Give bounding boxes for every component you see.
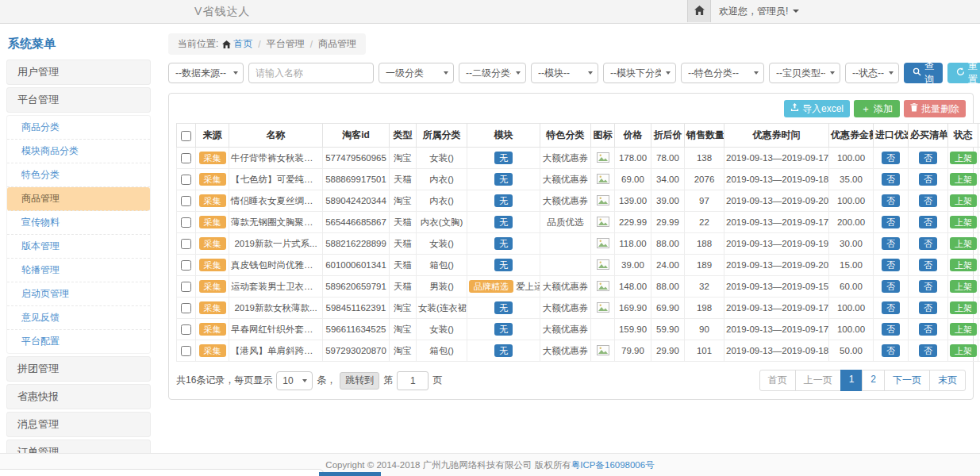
must-buy-badge[interactable]: 否 bbox=[919, 344, 937, 358]
import-select-badge[interactable]: 否 bbox=[882, 323, 900, 336]
status-badge[interactable]: 上架 bbox=[950, 344, 977, 358]
filter-select[interactable]: --模块下分类-- bbox=[603, 63, 676, 83]
cell-status: 上架 bbox=[948, 190, 978, 212]
status-badge[interactable]: 上架 bbox=[950, 237, 977, 251]
import-select-badge[interactable]: 否 bbox=[882, 173, 900, 186]
sidebar-subitem[interactable]: 模块商品分类 bbox=[7, 140, 150, 163]
status-badge[interactable]: 上架 bbox=[950, 194, 977, 208]
import-select-badge[interactable]: 否 bbox=[882, 344, 900, 358]
sidebar-subitem[interactable]: 平台配置 bbox=[7, 330, 150, 353]
cell-coupon-time: 2019-09-13—2019-09-17 bbox=[724, 148, 829, 169]
breadcrumb-prefix: 当前位置: bbox=[178, 37, 218, 51]
thumbnail-icon bbox=[597, 219, 609, 228]
row-checkbox[interactable] bbox=[181, 175, 191, 185]
page-button[interactable]: 末页 bbox=[929, 370, 966, 391]
page-button[interactable]: 上一页 bbox=[795, 370, 841, 391]
sidebar-subitem[interactable]: 版本管理 bbox=[7, 235, 150, 259]
thumbnail-icon bbox=[597, 347, 609, 357]
row-checkbox[interactable] bbox=[181, 260, 191, 271]
row-checkbox[interactable] bbox=[181, 153, 191, 163]
must-buy-badge[interactable]: 否 bbox=[919, 216, 937, 229]
cell-special-category: 大额优惠券 bbox=[540, 319, 591, 340]
must-buy-badge[interactable]: 否 bbox=[919, 194, 937, 208]
sidebar-subitem[interactable]: 宣传物料 bbox=[7, 211, 150, 235]
import-select-badge[interactable]: 否 bbox=[882, 216, 900, 229]
must-buy-badge[interactable]: 否 bbox=[919, 301, 937, 315]
status-badge[interactable]: 上架 bbox=[950, 280, 977, 294]
column-header: 淘客id bbox=[323, 124, 390, 148]
row-checkbox[interactable] bbox=[181, 196, 191, 206]
per-page-select[interactable]: 10 bbox=[276, 371, 313, 390]
sidebar-group-item[interactable]: 省惠快报 bbox=[6, 384, 151, 409]
column-header: 优惠券时间 bbox=[724, 124, 829, 148]
bottom-blue-bar bbox=[319, 472, 381, 476]
row-checkbox-cell bbox=[177, 319, 196, 340]
jump-button[interactable]: 跳转到 bbox=[340, 372, 379, 390]
status-badge[interactable]: 上架 bbox=[950, 152, 977, 165]
must-buy-badge[interactable]: 否 bbox=[919, 173, 937, 186]
icp-link[interactable]: 粤ICP备16098006号 bbox=[571, 459, 655, 471]
column-header: 图标 bbox=[591, 124, 615, 148]
status-badge[interactable]: 上架 bbox=[950, 173, 977, 186]
filter-select[interactable]: 一级分类 bbox=[379, 63, 454, 83]
status-badge[interactable]: 上架 bbox=[950, 323, 977, 336]
row-checkbox[interactable] bbox=[181, 239, 191, 249]
sidebar-subitem[interactable]: 特色分类 bbox=[7, 163, 150, 187]
import-select-badge[interactable]: 否 bbox=[882, 301, 900, 315]
jump-page-input[interactable] bbox=[397, 371, 429, 390]
sidebar-group-item[interactable]: 拼团管理 bbox=[6, 356, 151, 382]
source-badge: 采集 bbox=[199, 259, 226, 272]
page-button[interactable]: 1 bbox=[840, 370, 863, 391]
sidebar-subitem[interactable]: 启动页管理 bbox=[7, 282, 150, 306]
cell-coupon-time: 2019-09-13—2019-09-19 bbox=[724, 233, 829, 255]
sidebar-subitem[interactable]: 意见反馈 bbox=[7, 306, 150, 330]
status-badge[interactable]: 上架 bbox=[950, 259, 977, 272]
add-button[interactable]: ＋ 添加 bbox=[854, 100, 900, 117]
filter-select[interactable]: --宝贝类型-- bbox=[769, 63, 840, 83]
row-checkbox[interactable] bbox=[181, 282, 191, 292]
filter-select[interactable]: --二级分类-- bbox=[459, 63, 526, 83]
reset-button[interactable]: 重置 bbox=[947, 63, 980, 83]
sidebar-group-item[interactable]: 平台管理 bbox=[6, 87, 151, 113]
home-button[interactable] bbox=[687, 0, 711, 22]
import-excel-button[interactable]: 导入excel bbox=[784, 100, 850, 117]
table-row: 采集真皮钱包时尚优雅女士...601000601341天猫箱包()无39.002… bbox=[177, 255, 980, 276]
row-checkbox[interactable] bbox=[181, 324, 191, 335]
import-select-badge[interactable]: 否 bbox=[882, 194, 900, 208]
import-select-badge[interactable]: 否 bbox=[882, 280, 900, 294]
sidebar-subitem[interactable]: 商品分类 bbox=[7, 116, 150, 140]
import-select-badge[interactable]: 否 bbox=[882, 237, 900, 251]
filter-select[interactable]: --特色分类-- bbox=[681, 63, 764, 83]
select-all-checkbox[interactable] bbox=[181, 131, 191, 141]
row-checkbox[interactable] bbox=[181, 346, 191, 356]
row-checkbox[interactable] bbox=[181, 217, 191, 228]
cell-coupon-amount: 35.00 bbox=[829, 169, 874, 190]
name-search-input[interactable] bbox=[248, 63, 374, 83]
page-button[interactable]: 2 bbox=[862, 370, 885, 391]
user-menu[interactable]: 欢迎您，管理员! bbox=[719, 0, 799, 22]
must-buy-badge[interactable]: 否 bbox=[919, 259, 937, 272]
status-badge[interactable]: 上架 bbox=[950, 301, 977, 315]
source-badge: 采集 bbox=[199, 323, 226, 336]
sidebar-subitem[interactable]: 商品管理 bbox=[7, 187, 150, 211]
must-buy-badge[interactable]: 否 bbox=[919, 152, 937, 165]
page-button[interactable]: 首页 bbox=[759, 370, 796, 391]
row-checkbox[interactable] bbox=[181, 303, 191, 313]
filter-select[interactable]: --模块-- bbox=[531, 63, 598, 83]
breadcrumb-home-link[interactable]: 首页 bbox=[222, 37, 252, 51]
bulk-delete-button[interactable]: 批量删除 bbox=[904, 100, 966, 117]
must-buy-badge[interactable]: 否 bbox=[919, 323, 937, 336]
cell-taoke-id: 596611634525 bbox=[323, 319, 390, 340]
status-badge[interactable]: 上架 bbox=[950, 216, 977, 229]
sidebar-group-item[interactable]: 消息管理 bbox=[6, 412, 151, 437]
sidebar-subitem[interactable]: 轮播管理 bbox=[7, 259, 150, 282]
import-select-badge[interactable]: 否 bbox=[882, 152, 900, 165]
must-buy-badge[interactable]: 否 bbox=[919, 280, 937, 294]
filter-select[interactable]: --数据来源-- bbox=[168, 63, 244, 83]
import-select-badge[interactable]: 否 bbox=[882, 259, 900, 272]
must-buy-badge[interactable]: 否 bbox=[919, 237, 937, 251]
filter-select[interactable]: --状态-- bbox=[845, 63, 899, 83]
sidebar-group-item[interactable]: 用户管理 bbox=[6, 60, 151, 85]
query-button[interactable]: 查询 bbox=[904, 63, 943, 83]
page-button[interactable]: 下一页 bbox=[884, 370, 930, 391]
